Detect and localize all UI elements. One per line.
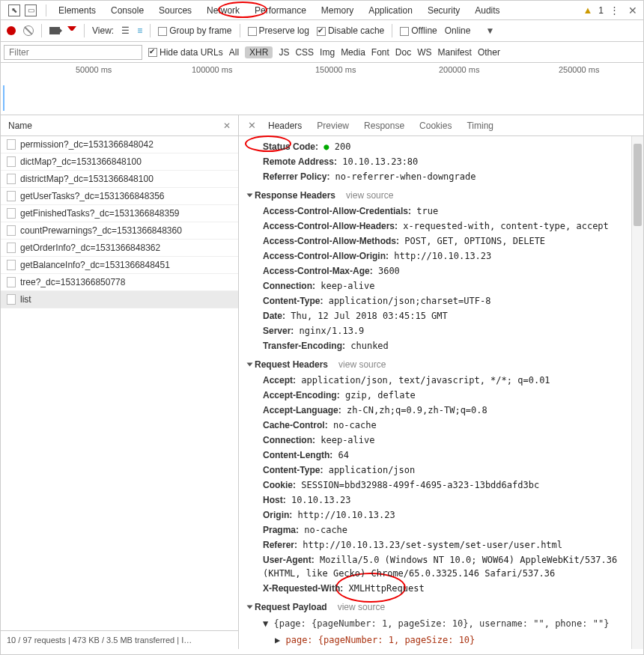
header-referrer-policy: Referrer Policy: no-referrer-when-downgr…	[242, 169, 643, 184]
request-row[interactable]: getUserTasks?_dc=1531366848356	[1, 188, 238, 205]
tab-timing[interactable]: Timing	[459, 115, 501, 135]
capture-screenshot-icon[interactable]	[49, 27, 60, 34]
request-headers-section[interactable]: Request Headersview source	[242, 353, 643, 373]
waterfall-icon[interactable]: ≡	[137, 25, 142, 36]
inspect-icon[interactable]: ⬉	[8, 4, 20, 16]
tab-elements[interactable]: Elements	[51, 1, 103, 19]
network-timeline[interactable]: 50000 ms 100000 ms 150000 ms 200000 ms 2…	[1, 63, 643, 115]
filter-font[interactable]: Font	[371, 47, 389, 58]
filter-input[interactable]	[4, 45, 142, 60]
header-row: Server: nginx/1.13.9	[242, 323, 643, 338]
request-row[interactable]: getFinishedTasks?_dc=1531366848359	[1, 205, 238, 222]
header-row: User-Agent: Mozilla/5.0 (Windows NT 10.0…	[242, 552, 643, 581]
header-row: Referer: http://10.10.13.23/set-system/s…	[242, 537, 643, 552]
header-row: Transfer-Encoding: chunked	[242, 338, 643, 353]
hide-data-urls-checkbox[interactable]: Hide data URLs	[148, 47, 223, 58]
tab-audits[interactable]: Audits	[467, 1, 507, 19]
tab-response[interactable]: Response	[356, 115, 412, 135]
timeline-tick: 50000 ms	[76, 65, 112, 74]
tab-headers[interactable]: Headers	[261, 115, 309, 135]
filter-js[interactable]: JS	[279, 47, 289, 58]
header-row: Accept-Language: zh-CN,zh;q=0.9,zh-TW;q=…	[242, 403, 643, 418]
tab-security[interactable]: Security	[420, 1, 467, 19]
tab-performance[interactable]: Performance	[247, 1, 314, 19]
warning-icon[interactable]: ▲	[583, 4, 592, 16]
request-list-pane: Name ✕ permission?_dc=1531366848042 dict…	[1, 115, 239, 649]
header-row: Date: Thu, 12 Jul 2018 03:45:15 GMT	[242, 308, 643, 323]
tab-cookies[interactable]: Cookies	[412, 115, 459, 135]
timeline-tick: 250000 ms	[559, 65, 599, 74]
header-row: Host: 10.10.13.23	[242, 493, 643, 508]
header-row: Pragma: no-cache	[242, 523, 643, 537]
headers-detail[interactable]: Status Code: ● 200 Remote Address: 10.10…	[239, 136, 643, 649]
throttling-dropdown-icon[interactable]: ▼	[485, 25, 494, 36]
disable-cache-checkbox[interactable]: Disable cache	[317, 25, 384, 36]
request-list-header[interactable]: Name ✕	[1, 115, 238, 136]
request-row[interactable]: districtMap?_dc=1531366848100	[1, 171, 238, 188]
network-filterbar: Hide data URLs All XHR JS CSS Img Media …	[1, 42, 643, 63]
filter-doc[interactable]: Doc	[395, 47, 411, 58]
view-source-link[interactable]: view source	[338, 602, 385, 612]
tab-memory[interactable]: Memory	[314, 1, 361, 19]
response-headers-section[interactable]: Response Headersview source	[242, 184, 643, 204]
header-row: Content-Type: application/json	[242, 463, 643, 478]
header-row: Access-Control-Max-Age: 3600	[242, 263, 643, 278]
large-rows-icon[interactable]: ☰	[121, 25, 130, 36]
preserve-log-checkbox[interactable]: Preserve log	[248, 25, 309, 36]
payload-page: ▶ page: {pageNumber: 1, pageSize: 10}	[242, 632, 643, 648]
filter-img[interactable]: Img	[320, 47, 335, 58]
clear-icon[interactable]	[23, 25, 34, 36]
warning-count: 1	[598, 5, 604, 16]
filter-all[interactable]: All	[229, 47, 239, 58]
view-source-link[interactable]: view source	[346, 190, 393, 201]
tab-network[interactable]: Network	[199, 1, 247, 19]
timeline-tick: 200000 ms	[439, 65, 479, 74]
throttling-select[interactable]: Online	[445, 25, 471, 36]
network-toolbar: View: ☰ ≡ Group by frame Preserve log Di…	[1, 20, 643, 42]
tab-application[interactable]: Application	[361, 1, 420, 19]
view-source-link[interactable]: view source	[338, 359, 386, 370]
request-row-selected[interactable]: list	[1, 291, 238, 308]
header-row: Accept-Encoding: gzip, deflate	[242, 388, 643, 403]
header-row: Cache-Control: no-cache	[242, 418, 643, 433]
offline-checkbox[interactable]: Offline	[400, 25, 437, 36]
request-row[interactable]: getBalanceInfo?_dc=1531366848451	[1, 257, 238, 274]
filter-xhr[interactable]: XHR	[245, 46, 273, 58]
request-payload-section[interactable]: Request Payloadview source	[242, 596, 643, 615]
filter-css[interactable]: CSS	[295, 47, 314, 58]
file-icon	[7, 277, 16, 287]
tab-sources[interactable]: Sources	[151, 1, 199, 19]
close-devtools-icon[interactable]: ✕	[625, 4, 640, 16]
request-row[interactable]: countPrewarnings?_dc=1531366848360	[1, 222, 238, 240]
filter-ws[interactable]: WS	[417, 47, 431, 58]
separator	[150, 24, 151, 37]
filter-icon[interactable]	[67, 26, 76, 35]
tab-console[interactable]: Console	[103, 1, 151, 19]
header-row: Accept: application/json, text/javascrip…	[242, 373, 643, 388]
close-detail-icon[interactable]: ✕	[243, 120, 261, 131]
timeline-tick: 100000 ms	[192, 65, 232, 74]
group-by-frame-checkbox[interactable]: Group by frame	[158, 25, 231, 36]
request-row[interactable]: tree?_dc=1531366850778	[1, 274, 238, 291]
tab-preview[interactable]: Preview	[309, 115, 356, 135]
status-bar: 10 / 97 requests | 473 KB / 3.5 MB trans…	[1, 630, 238, 649]
close-pane-icon[interactable]: ✕	[223, 121, 231, 131]
filter-media[interactable]: Media	[341, 47, 365, 58]
filter-manifest[interactable]: Manifest	[438, 47, 472, 58]
request-row[interactable]: dictMap?_dc=1531366848100	[1, 153, 238, 171]
request-detail-pane: ✕ Headers Preview Response Cookies Timin…	[239, 115, 643, 649]
request-list[interactable]: permission?_dc=1531366848042 dictMap?_dc…	[1, 136, 238, 630]
timeline-marker	[3, 85, 4, 111]
header-row: Access-Control-Allow-Methods: POST, GET,…	[242, 234, 643, 249]
payload-phone: phone: ""	[242, 648, 643, 649]
separator	[46, 4, 46, 16]
record-icon[interactable]	[7, 26, 16, 35]
header-row: Access-Control-Allow-Credentials: true	[242, 204, 643, 219]
scrollbar[interactable]	[631, 136, 643, 649]
filter-other[interactable]: Other	[478, 47, 500, 58]
device-toggle-icon[interactable]: ▭	[25, 4, 37, 16]
kebab-menu-icon[interactable]: ⋮	[610, 4, 619, 16]
request-row[interactable]: permission?_dc=1531366848042	[1, 136, 238, 153]
request-row[interactable]: getOrderInfo?_dc=1531366848362	[1, 240, 238, 257]
separator	[240, 24, 240, 37]
